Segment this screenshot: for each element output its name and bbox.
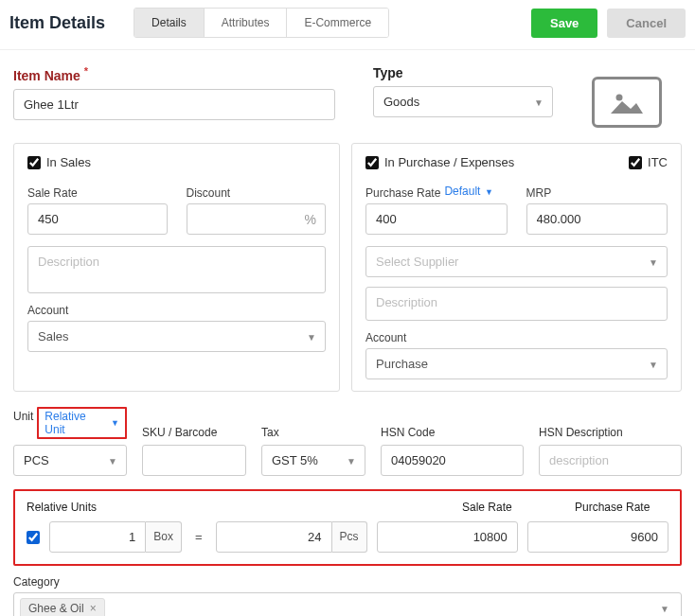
category-select[interactable]: Ghee & Oil × ▼ [13,592,682,616]
purchase-rate-input[interactable] [365,203,508,235]
item-name-input[interactable] [13,89,335,120]
chevron-down-icon: ▼ [111,418,119,428]
rel-purchase-rate-input[interactable] [527,521,668,553]
sale-rate-input[interactable] [27,203,168,235]
rel-qty1-input[interactable] [49,521,146,553]
purchase-account-label: Account [365,331,668,344]
type-select[interactable]: Goods [373,86,553,117]
sales-description-input[interactable] [27,246,326,293]
rel-purchase-rate-label: Purchase Rate [575,501,668,514]
default-link[interactable]: Default ▼ [444,185,492,198]
hsn-code-label: HSN Code [381,426,524,439]
itc-label: ITC [648,155,668,169]
unit-label: Unit [13,410,33,423]
purchase-rate-label: Purchase Rate [365,186,440,200]
sale-rate-label: Sale Rate [27,186,168,200]
chip-remove-icon[interactable]: × [90,602,97,615]
hsn-code-input[interactable] [381,445,524,476]
image-upload[interactable] [592,77,662,128]
supplier-select[interactable]: Select Supplier [365,246,668,277]
in-purchase-label: In Purchase / Expenses [384,155,514,169]
chevron-down-icon: ▼ [482,187,492,197]
relative-units-label: Relative Units [27,501,443,514]
percent-icon: % [305,212,316,227]
equals-label: = [191,530,206,544]
tabs: Details Attributes E-Commerce [134,8,389,38]
type-label: Type [373,65,553,80]
svg-point-1 [616,95,623,101]
sku-label: SKU / Barcode [142,426,246,439]
mrp-label: MRP [526,186,668,200]
itc-checkbox[interactable] [629,156,642,169]
relative-unit-button[interactable]: Relative Unit▼ [37,407,127,439]
sku-input[interactable] [142,445,246,476]
image-icon [608,88,646,116]
relative-units-panel: Relative Units Sale Rate Purchase Rate B… [13,489,682,566]
hsn-desc-input[interactable] [539,445,682,476]
sales-account-select[interactable]: Sales [27,321,326,352]
category-chip: Ghee & Oil × [20,598,105,616]
rel-sale-rate-input[interactable] [377,521,518,553]
in-sales-label: In Sales [46,155,91,169]
save-button[interactable]: Save [531,9,597,38]
unit-select[interactable]: PCS [13,445,127,476]
discount-label: Discount [187,186,327,200]
rel-row-checkbox[interactable] [27,531,40,544]
tax-select[interactable]: GST 5% [261,445,365,476]
purchase-description-input[interactable] [365,287,668,321]
in-purchase-checkbox[interactable] [365,156,379,169]
tax-label: Tax [261,426,365,439]
item-name-label: Item Name * [13,65,335,83]
tab-details[interactable]: Details [134,9,205,37]
chevron-down-icon: ▼ [660,604,675,614]
rel-qty2-input[interactable] [216,521,332,553]
category-label: Category [13,575,682,589]
tab-attributes[interactable]: Attributes [205,9,288,37]
purchase-account-select[interactable]: Purchase [365,348,668,379]
rel-unit2-label: Pcs [332,521,367,553]
purchase-panel: In Purchase / Expenses ITC Purchase Rate… [351,143,682,392]
sales-account-label: Account [27,304,326,317]
hsn-desc-label: HSN Description [539,426,682,439]
tab-ecommerce[interactable]: E-Commerce [287,9,388,37]
sales-panel: In Sales Sale Rate Discount % [13,143,340,392]
in-sales-checkbox[interactable] [27,156,41,169]
rel-sale-rate-label: Sale Rate [462,501,556,514]
page-title: Item Details [9,13,105,33]
cancel-button[interactable]: Cancel [607,9,686,38]
mrp-input[interactable] [526,203,668,235]
rel-unit1-label: Box [146,521,182,553]
